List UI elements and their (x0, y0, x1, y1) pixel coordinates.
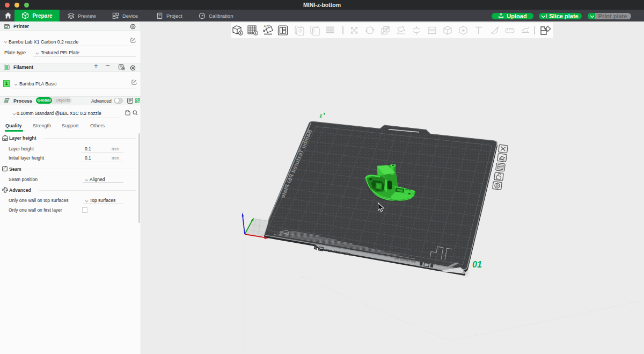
svg-text:z: z (318, 112, 323, 119)
svg-text:01: 01 (472, 260, 482, 269)
svg-text:AUTO: AUTO (264, 25, 271, 28)
